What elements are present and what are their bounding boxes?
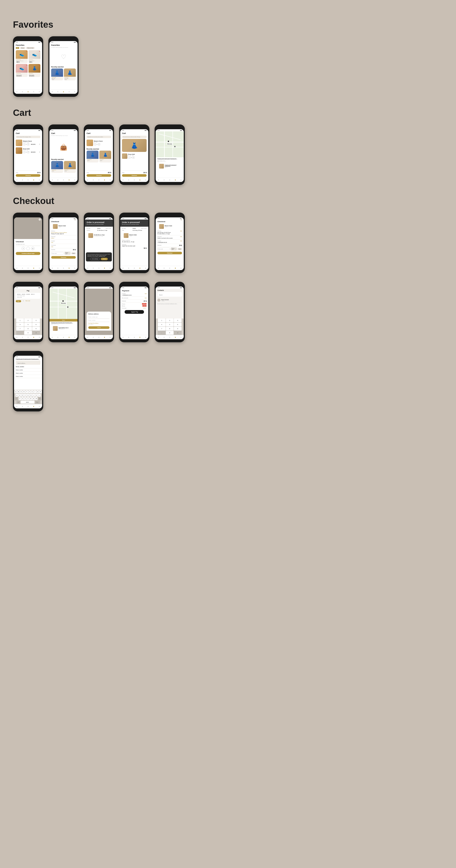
co11-key-o[interactable]: O — [36, 390, 39, 393]
co11-addr-3[interactable]: Street, number — [14, 372, 42, 375]
co10-search-input[interactable] — [159, 294, 180, 296]
co10-search-bar[interactable] — [157, 292, 182, 297]
qty-plus-shoe[interactable]: + — [27, 143, 29, 146]
filter-chip-shoes[interactable]: Shoes — [20, 47, 25, 49]
key-9[interactable]: 9 — [32, 327, 40, 331]
checkout-btn-cart1[interactable]: Checkout — [16, 174, 40, 177]
co8-apple-pay-addr[interactable]: Use Apple Pay Address — [88, 323, 109, 324]
checkout-btn-cart4[interactable]: Checkout — [122, 174, 146, 177]
nav-home[interactable] — [17, 91, 17, 92]
co10-key-2[interactable]: 2 — [166, 318, 173, 322]
co2-bonus-btn[interactable]: Bonus card — [64, 252, 71, 255]
co10-key-3[interactable]: 3 — [174, 318, 182, 322]
nav-profile-fav2[interactable] — [74, 91, 75, 92]
key-1[interactable]: 1 — [16, 318, 24, 322]
co10-key-plus[interactable]: + — [158, 331, 166, 335]
co8-cancel-btn[interactable]: Cancel — [88, 326, 109, 329]
co6-new-card[interactable]: New card — [26, 300, 30, 302]
heart-icon-4[interactable]: ♥ — [39, 64, 40, 66]
co11-key-l[interactable]: L — [38, 394, 41, 397]
co10-key-8[interactable]: 8 — [166, 327, 173, 331]
trash-outfit[interactable]: 🗑 — [39, 151, 40, 153]
cart3-rec2[interactable]: 👗 ★★★★☆140 $ — [99, 151, 111, 162]
co11-key-v[interactable]: V — [27, 397, 29, 400]
co9-apple-pay[interactable]: Apple Pay — [125, 310, 144, 314]
heart-icon-2[interactable]: ♥ — [39, 51, 40, 52]
co11-addr-1[interactable]: Street, number — [14, 365, 42, 368]
co1-email-input[interactable]: your@email.com — [16, 243, 40, 246]
co10-key-9[interactable]: 9 — [174, 327, 182, 331]
co5-apply-btn[interactable]: Apply — [177, 248, 182, 250]
co2-promo-input[interactable] — [51, 252, 64, 254]
co10-key-0[interactable]: 0 — [166, 331, 173, 335]
cart3-rec1[interactable]: 👗 ★★★★★125 $ — [87, 151, 98, 162]
co11-key-u[interactable]: U — [31, 390, 33, 393]
co2-payment-value[interactable]: Select — [51, 238, 76, 239]
co11-key-h[interactable]: H — [30, 394, 32, 397]
qty-minus-shoe[interactable]: − — [23, 143, 25, 146]
co11-key-y[interactable]: Y — [28, 390, 31, 393]
social-fb[interactable]: f — [22, 247, 25, 250]
co11-key-x[interactable]: X — [21, 397, 24, 400]
close-co2[interactable]: × — [74, 218, 76, 221]
co7-map[interactable]: Москва — [50, 289, 77, 319]
co7-pin-1[interactable] — [62, 300, 64, 302]
co11-key-r[interactable]: R — [23, 390, 25, 393]
co11-key-f[interactable]: F — [24, 394, 27, 397]
co3-cancel[interactable]: Cancel — [101, 258, 108, 260]
co11-keyboard[interactable]: Q W E R T Y U I O P A — [14, 390, 42, 404]
cart5-map[interactable]: Москва — [156, 131, 184, 157]
key-0[interactable]: 0 — [24, 331, 32, 335]
co11-key-c[interactable]: C — [24, 397, 27, 400]
key-2[interactable]: 2 — [24, 318, 32, 322]
co11-key-k[interactable]: K — [35, 394, 38, 397]
co11-key-b[interactable]: B — [30, 397, 32, 400]
co10-key-6[interactable]: 6 — [174, 322, 182, 327]
co6-card-name[interactable]: Card holder name — [17, 296, 39, 297]
co11-key-z[interactable]: Z — [19, 397, 21, 400]
co8-saved-addr[interactable]: View address — [88, 324, 109, 325]
cart-recently-1[interactable]: 👗 ★★★★★125 $ — [51, 161, 63, 173]
co6-keyboard[interactable]: 1 2 3 4 5 6 7 8 9 . — [14, 318, 42, 335]
key-3[interactable]: 3 — [32, 318, 40, 322]
co2-checkout-btn[interactable]: Checkout — [51, 256, 76, 259]
co3-go-settings[interactable]: Go to settings — [90, 258, 100, 260]
co11-addr-4[interactable]: Street, number — [14, 375, 42, 378]
co7-select-btn[interactable]: Select — [50, 319, 77, 321]
cart3-plus1[interactable]: + — [98, 143, 100, 146]
nav-fav-fav2[interactable] — [63, 91, 64, 92]
co10-key-4[interactable]: 4 — [158, 322, 166, 327]
co10-key-1[interactable]: 1 — [158, 318, 166, 322]
co5-contact-edit[interactable]: Edit — [180, 240, 182, 242]
nav-profile[interactable] — [39, 91, 40, 92]
close-icon-co1[interactable]: × — [39, 218, 41, 221]
co5-promo-input[interactable] — [157, 248, 170, 250]
cart3-minus1[interactable]: − — [94, 143, 96, 146]
co11-search-bar[interactable] — [16, 361, 40, 365]
co5-delivery-edit[interactable]: Edit — [180, 230, 182, 232]
co11-search-input[interactable] — [18, 363, 39, 364]
key-del[interactable]: ⌫ — [32, 331, 40, 335]
nav-cart-fav2[interactable] — [69, 91, 69, 92]
recently-card-2[interactable]: 👗 ★★★★☆ Tan Outfit 140 $ — [64, 68, 76, 81]
co10-key-7[interactable]: 7 — [158, 327, 166, 331]
co11-key-s[interactable]: S — [18, 394, 21, 397]
co11-key-i[interactable]: I — [34, 390, 36, 393]
co9-contact-edit[interactable]: Edit — [145, 293, 146, 294]
co10-key-5[interactable]: 5 — [166, 322, 173, 327]
social-apple[interactable] — [26, 247, 30, 250]
co11-key-done[interactable]: Done — [35, 401, 40, 404]
co11-key-a[interactable]: A — [15, 394, 18, 397]
filter-row[interactable]: All Shoes Filters & Sort — [14, 47, 42, 49]
co10-key-del[interactable]: ⌫ — [174, 331, 182, 335]
co11-key-g[interactable]: G — [27, 394, 29, 397]
heart-icon-3[interactable]: ♥ — [26, 64, 27, 66]
co11-key-e[interactable]: E — [20, 390, 23, 393]
co11-key-m[interactable]: M — [35, 397, 38, 400]
co11-key-w[interactable]: W — [17, 390, 20, 393]
cart4-plus1[interactable]: + — [132, 156, 134, 159]
co2-comment-value[interactable]: Add — [51, 246, 76, 247]
cart4-minus1[interactable]: − — [128, 156, 130, 159]
map-pin-2[interactable] — [174, 146, 176, 147]
co11-key-q[interactable]: Q — [14, 390, 17, 393]
